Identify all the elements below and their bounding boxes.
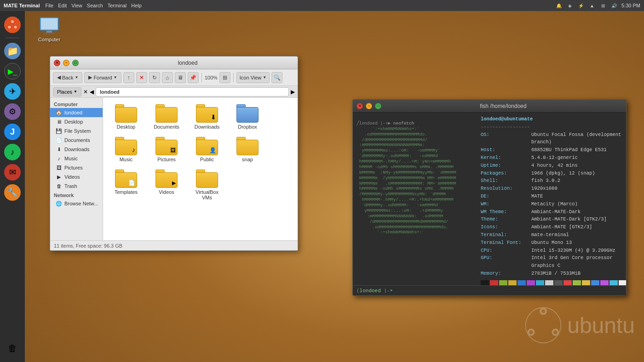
svg-point-17 [554,330,558,334]
wifi-icon[interactable]: ▲ [588,2,596,9]
dock-terminal[interactable]: ▶_ [3,62,22,80]
location-bar: londoed [96,87,289,96]
menu-search[interactable]: Search [87,3,103,8]
info-host-key: Host: [481,146,531,154]
terminal-maximize-button[interactable]: □ [375,103,381,109]
home-button[interactable]: ⌂ [162,72,173,83]
view-dropdown[interactable]: Icon View ▼ [236,72,270,83]
folder-snap-icon [236,137,259,155]
forward-dropdown-icon: ▼ [114,75,117,79]
folder-templates-icon: 📄 [115,170,137,188]
dock-tools[interactable]: 🔧 [3,183,22,202]
nav-right-arrow[interactable]: ▶ [291,89,295,95]
up-button[interactable]: ↑ [123,72,134,83]
svg-point-4 [12,21,13,22]
menu-file[interactable]: File [45,3,53,8]
sidebar-item-network[interactable]: 🌐 Browse Netw... [50,199,103,208]
sidebar-item-filesystem[interactable]: 💾 File System [50,126,103,136]
menu-edit[interactable]: Edit [58,3,67,8]
dropbox-tray-icon[interactable]: ◈ [566,2,574,9]
window-close-button[interactable]: ✕ [54,60,60,66]
computer-button[interactable]: 🖥 [175,72,186,83]
folder-item-templates[interactable]: 📄 Templates [108,168,144,202]
terminal-close-button[interactable]: ✕ [356,103,363,109]
info-os-key: OS: [481,131,531,147]
zoom-toggle-button[interactable]: ⊞ [219,72,230,83]
volume-icon[interactable]: 🔊 [610,2,618,9]
window-minimize-button[interactable]: − [63,60,69,66]
folder-downloads-icon: ⬇ [196,104,218,123]
bookmark-button[interactable]: 📌 [188,72,199,83]
info-memory-key: Memory: [481,270,531,277]
bluetooth-icon[interactable]: ⚡ [577,2,585,9]
folder-item-downloads[interactable]: ⬇ Downloads [189,102,225,131]
color-red [490,280,498,285]
dock-files[interactable]: 📁 [3,42,22,60]
sidebar-desktop-label: Desktop [64,119,83,124]
info-os: OS: Ubuntu Focal Fossa (development bran… [481,131,626,147]
sidebar-section-computer: Computer [50,100,103,108]
dock-mail[interactable]: ✉ [3,163,22,181]
sidebar-item-music[interactable]: ♪ Music [50,154,103,163]
sidebar-music-label: Music [64,156,78,161]
places-button[interactable]: Places ▼ [53,87,81,96]
videos-icon-small: ▶ [56,174,62,180]
info-gpu: GPU: Intel 3rd Gen Core processor Graphi… [481,254,626,270]
dock-telegram[interactable]: ✈ [3,82,22,101]
dock-spotify[interactable]: ♪ [3,143,22,161]
folder-public-icon: 👤 [196,137,218,155]
window-maximize-button[interactable]: □ [72,60,79,66]
terminal-prompt-line[interactable]: (londoed |-➤ [353,285,626,295]
sidebar-item-documents[interactable]: 📄 Documents [50,136,103,145]
reload-button[interactable]: ↻ [149,72,160,83]
menu-view[interactable]: View [71,3,82,8]
folder-item-pictures[interactable]: 🖼 Pictures [148,135,185,164]
stop-button[interactable]: ✕ [136,72,147,83]
forward-label: Forward [93,75,112,80]
sidebar-filesystem-label: File System [64,128,91,134]
terminal-minimize-button[interactable]: − [366,103,372,109]
menu-help[interactable]: Help [131,3,142,8]
places-close-icon[interactable]: ✕ [83,89,88,95]
notifications-icon[interactable]: 🔔 [555,2,563,9]
sidebar-downloads-label: Downloads [64,147,89,152]
nav-left-arrow[interactable]: ◀ [90,89,94,95]
info-kernel-key: Kernel: [481,154,531,162]
sidebar-item-trash[interactable]: 🗑 Trash [50,181,103,191]
folder-downloads-emblem: ⬇ [211,113,216,121]
computer-desktop-icon[interactable]: Computer [33,17,65,42]
sidebar-network-label: Browse Netw... [64,201,98,206]
sidebar-item-pictures[interactable]: 🖼 Pictures [50,163,103,172]
desktop: MATE Terminal File Edit View Search Term… [0,0,644,362]
forward-button[interactable]: ▶ Forward ▼ [84,72,121,83]
sidebar-item-videos[interactable]: ▶ Videos [50,172,103,181]
network-tray-icon[interactable]: ⊞ [599,2,607,9]
terminal-body[interactable]: ╱londoed |->▶ neofetch `:+shmNNMNNNmhs+:… [353,113,626,285]
folder-dropbox-label: Dropbox [238,124,257,130]
folder-documents-icon [155,104,178,123]
folder-item-dropbox[interactable]: Dropbox [229,102,266,131]
downloads-icon-small: ⬇ [56,146,62,153]
search-button[interactable]: 🔍 [271,72,282,83]
dock-ubuntu-button[interactable] [3,16,22,34]
folder-vboxvms-icon [196,170,218,188]
color-green [499,280,507,285]
info-os-val: Ubuntu Focal Fossa (development branch) [531,131,626,147]
sidebar-item-desktop[interactable]: 🖥 Desktop [50,117,103,126]
folder-item-videos[interactable]: ▶ Videos [148,168,185,202]
folder-item-desktop[interactable]: Desktop [108,102,144,131]
taskbar-app-name: MATE Terminal [4,3,40,8]
folder-item-snap[interactable]: snap [229,135,266,164]
sidebar-item-londoed[interactable]: 🏠 londoed [50,108,103,117]
dock-settings[interactable]: ⚙ [3,102,22,121]
file-manager-titlebar: ✕ − □ londoed [50,57,298,69]
folder-item-public[interactable]: 👤 Public [189,135,225,164]
dock-trash[interactable]: 🗑 [3,339,22,357]
menu-terminal[interactable]: Terminal [108,3,127,8]
folder-item-vboxvms[interactable]: VirtualBox VMs [189,168,225,202]
dock-joplin[interactable]: J [3,123,22,141]
sidebar-item-downloads[interactable]: ⬇ Downloads [50,145,103,154]
folder-item-documents[interactable]: Documents [148,102,185,131]
folder-item-music[interactable]: ♪ Music [108,135,144,164]
back-button[interactable]: ◀ Back ▼ [53,72,82,83]
